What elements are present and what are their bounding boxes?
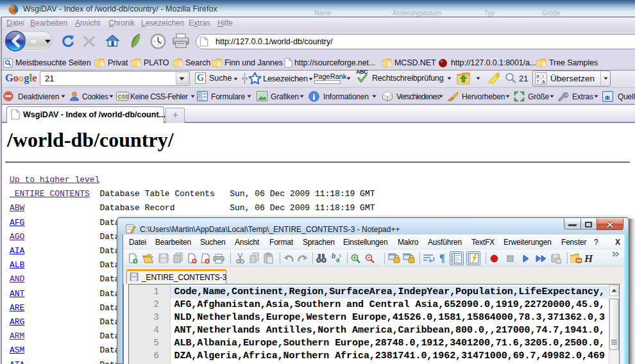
svg-text:ı: ı [543, 73, 544, 79]
svg-text:CSS: CSS [117, 94, 129, 100]
svg-text:2: 2 [452, 258, 454, 261]
svg-text:a: a [536, 73, 539, 79]
svg-text:7: 7 [536, 79, 539, 85]
svg-text:¶: ¶ [439, 252, 445, 263]
svg-text:b: b [332, 252, 335, 260]
svg-text:a: a [336, 256, 340, 263]
svg-text:ä: ä [542, 79, 545, 85]
